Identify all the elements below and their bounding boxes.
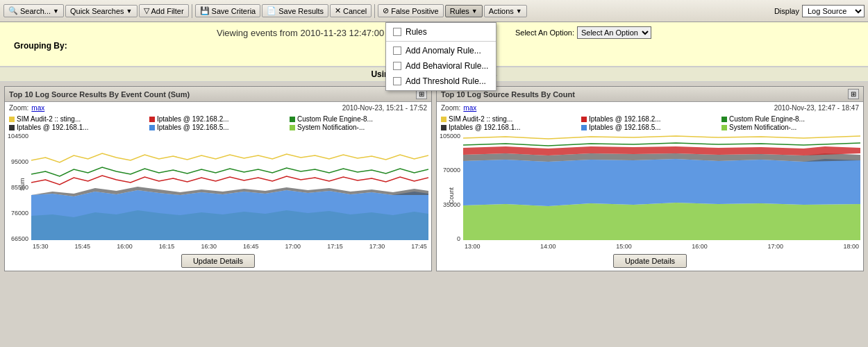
left-x-5: 16:30 [201, 243, 217, 250]
right-chart-body: 105000 70000 35000 0 Count [437, 133, 863, 242]
svg-marker-4 [463, 159, 860, 206]
left-x-1: 15:30 [33, 243, 49, 250]
toolbar: 🔍 Search... ▼ Quick Searches ▼ ▽ Add Fil… [0, 0, 868, 22]
quick-searches-button[interactable]: Quick Searches ▼ [65, 5, 137, 17]
left-update-button[interactable]: Update Details [181, 254, 255, 268]
save-criteria-icon: 💾 [200, 6, 210, 15]
right-x-labels: 13:00 14:00 15:00 16:00 17:00 18:00 [437, 242, 863, 251]
right-legend-item-5: Iptables @ 192.168.5... [581, 124, 719, 131]
search-button[interactable]: 🔍 Search... ▼ [3, 4, 64, 17]
save-results-button[interactable]: 📄 Save Results [262, 4, 328, 17]
right-legend-dot-6 [721, 125, 727, 130]
quick-searches-label: Quick Searches [70, 7, 124, 15]
add-threshold-rule-item[interactable]: Add Threshold Rule... [386, 74, 496, 89]
right-zoom-label: Zoom: [441, 104, 460, 112]
left-y-tick-2: 95000 [11, 158, 28, 165]
add-filter-label: Add Filter [151, 7, 184, 15]
left-y-tick-4: 76000 [11, 210, 28, 217]
add-anomaly-rule-item[interactable]: Add Anomaly Rule... [386, 43, 496, 58]
quick-searches-arrow-icon: ▼ [126, 8, 133, 15]
left-y-tick-5: 66500 [11, 235, 28, 242]
right-legend-label-3: Custom Rule Engine-8... [729, 115, 805, 123]
right-y-tick-4: 0 [457, 235, 460, 242]
right-y-tick-2: 70000 [443, 167, 460, 174]
right-chart-footer: Update Details [437, 251, 863, 271]
right-legend-dot-3 [721, 117, 727, 122]
rules-label: Rules [450, 7, 469, 15]
right-x-1: 13:00 [465, 243, 481, 250]
add-threshold-rule-label: Add Threshold Rule... [406, 76, 486, 86]
cancel-icon: ✕ [335, 6, 341, 15]
left-chart-zoom: Zoom: max [9, 104, 44, 112]
actions-label: Actions [489, 7, 514, 15]
right-legend-dot-2 [581, 117, 587, 122]
left-chart-legend: SIM Audit-2 :: sting... Iptables @ 192.1… [5, 114, 431, 133]
left-chart-footer: Update Details [5, 251, 431, 271]
right-legend-dot-1 [441, 117, 446, 122]
left-chart-meta: Zoom: max 2010-Nov-23, 15:21 - 17:52 [5, 102, 431, 114]
rules-menu-header[interactable]: Rules [386, 24, 496, 40]
legend-label-2: Iptables @ 192.168.2... [157, 115, 229, 123]
left-x-9: 17:30 [369, 243, 385, 250]
legend-item-4: Iptables @ 192.168.1... [9, 124, 147, 131]
display-select[interactable]: Log Source Network Host [802, 5, 865, 17]
legend-label-6: System Notification-... [297, 124, 365, 131]
right-legend-label-5: Iptables @ 192.168.5... [589, 124, 661, 131]
add-behavioral-rule-label: Add Behavioral Rule... [406, 61, 488, 71]
actions-button[interactable]: Actions ▼ [484, 5, 527, 17]
rules-dropdown: Rules Add Anomaly Rule... Add Behavioral… [385, 22, 496, 91]
rules-checkbox [393, 28, 401, 36]
right-legend-dot-4 [441, 125, 446, 130]
rules-button[interactable]: Rules ▼ [445, 5, 483, 17]
right-zoom-max-link[interactable]: max [463, 104, 476, 112]
actions-arrow-icon: ▼ [516, 8, 522, 15]
false-positive-button[interactable]: ⊘ False Positive [378, 4, 443, 17]
grouping-label: Grouping By: [14, 41, 67, 51]
right-y-axis-label: Count [448, 187, 455, 204]
left-zoom-label: Zoom: [9, 104, 28, 112]
filter-icon: ▽ [144, 6, 149, 15]
left-x-10: 17:45 [411, 243, 427, 250]
add-anomaly-rule-label: Add Anomaly Rule... [406, 46, 481, 56]
svg-marker-1 [31, 190, 428, 240]
left-chart-title: Top 10 Log Source Results By Event Count… [9, 90, 190, 99]
select-option-select[interactable]: Select An Option [577, 26, 651, 39]
search-arrow-icon: ▼ [53, 8, 59, 15]
rules-arrow-icon: ▼ [471, 8, 478, 15]
add-filter-button[interactable]: ▽ Add Filter [139, 4, 189, 17]
display-bar: Display Log Source Network Host [774, 5, 865, 17]
right-chart: Top 10 Log Source Results By Count ⊞ Zoo… [436, 86, 864, 271]
legend-item-1: SIM Audit-2 :: sting... [9, 115, 147, 123]
left-x-4: 16:15 [159, 243, 175, 250]
right-chart-meta: Zoom: max 2010-Nov-23, 12:47 - 18:47 [437, 102, 863, 114]
right-chart-expand-button[interactable]: ⊞ [848, 89, 859, 99]
left-chart-datetime: 2010-Nov-23, 15:21 - 17:52 [342, 104, 427, 112]
cancel-button[interactable]: ✕ Cancel [330, 4, 372, 17]
right-chart-zoom: Zoom: max [441, 104, 476, 112]
save-criteria-button[interactable]: 💾 Save Criteria [195, 4, 261, 17]
left-zoom-max-link[interactable]: max [31, 104, 44, 112]
right-legend-item-4: Iptables @ 192.168.1... [441, 124, 578, 131]
legend-dot-2 [149, 117, 155, 122]
search-label: Search... [20, 7, 51, 15]
charts-area: Top 10 Log Source Results By Event Count… [0, 82, 868, 276]
cancel-label: Cancel [343, 7, 367, 15]
rules-menu-header-label: Rules [406, 27, 427, 37]
right-update-button[interactable]: Update Details [613, 254, 687, 268]
add-behavioral-rule-item[interactable]: Add Behavioral Rule... [386, 58, 496, 74]
right-legend-label-2: Iptables @ 192.168.2... [589, 115, 661, 123]
left-x-3: 16:00 [117, 243, 133, 250]
save-results-icon: 📄 [267, 6, 276, 15]
left-y-tick-1: 104500 [8, 133, 28, 139]
right-legend-item-1: SIM Audit-2 :: sting... [441, 115, 578, 123]
right-chart-legend: SIM Audit-2 :: sting... Iptables @ 192.1… [437, 114, 863, 133]
anomaly-checkbox [393, 46, 401, 55]
legend-item-5: Iptables @ 192.168.5... [149, 124, 287, 131]
right-x-2: 14:00 [540, 243, 556, 250]
right-legend-label-4: Iptables @ 192.168.1... [449, 124, 521, 131]
right-legend-item-2: Iptables @ 192.168.2... [581, 115, 719, 123]
right-legend-dot-5 [581, 125, 587, 130]
left-x-6: 16:45 [243, 243, 259, 250]
legend-item-6: System Notification-... [290, 124, 427, 131]
right-x-5: 17:00 [767, 243, 783, 250]
